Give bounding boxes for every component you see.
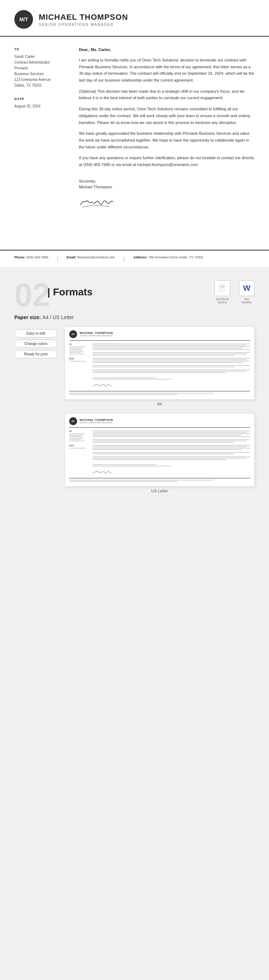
mini-right-a4 xyxy=(93,344,250,388)
ms-word-icon-box: W xyxy=(239,280,255,296)
formats-left-panel: Easy to edit Change colors Ready for pri… xyxy=(14,326,57,493)
svg-rect-3 xyxy=(220,288,223,288)
ms-word-icon-item[interactable]: W MSWORD xyxy=(239,280,255,304)
formats-layout: Easy to edit Change colors Ready for pri… xyxy=(0,326,269,493)
date-label: DATE xyxy=(14,97,68,100)
letter-salutation: Dear., Ms. Carter, xyxy=(79,48,255,52)
letter-paragraph-2: (Optional) This decision has been made d… xyxy=(79,88,255,101)
sender-title: SENIOR OPERATIONS MANAGER xyxy=(39,23,128,27)
a4-preview-wrapper: M/T MICHAEL THOMPSON SENIOR OPERATIONS M… xyxy=(65,326,255,406)
footer-phone: Phone: (555) 456-7890 xyxy=(14,256,48,262)
a4-letter-preview[interactable]: M/T MICHAEL THOMPSON SENIOR OPERATIONS M… xyxy=(65,326,255,399)
formats-header-row: 02 | Formats GOODLEDOCS W MSWORD xyxy=(0,278,269,314)
mini-sig-us xyxy=(93,468,250,474)
easy-edit-button[interactable]: Easy to edit xyxy=(14,329,57,337)
mini-name-block-a4: MICHAEL THOMPSON SENIOR OPERATIONS MANAG… xyxy=(80,331,113,337)
mini-footer-us xyxy=(69,478,250,482)
mini-body-us: TO DATE xyxy=(69,431,250,475)
letter-paragraph-1: I am writing to formally notify you of O… xyxy=(79,57,255,84)
formats-section: 02 | Formats GOODLEDOCS W MSWORD xyxy=(0,267,269,515)
mini-left-us: TO DATE xyxy=(69,431,89,475)
a4-label: A4 xyxy=(65,402,255,406)
mini-footer-a4 xyxy=(69,391,250,395)
mini-avatar-a4: M/T xyxy=(69,330,77,338)
letter-closing: Sincerely, Michael Thompson xyxy=(79,179,255,210)
mini-name-block-us: MICHAEL THOMPSON SENIOR OPERATIONS MANAG… xyxy=(80,418,113,424)
letter-document: M/T MICHAEL THOMPSON SENIOR OPERATIONS M… xyxy=(0,0,269,267)
signature-area xyxy=(79,191,255,210)
letter-paragraph-3: During this 30-day notice period, Orion … xyxy=(79,106,255,126)
letter-header: M/T MICHAEL THOMPSON SENIOR OPERATIONS M… xyxy=(0,0,269,37)
formats-bg-number: 02 xyxy=(14,281,50,310)
avatar: M/T xyxy=(14,10,33,29)
footer-address: Address: 789 Innovation Drive Austin, TX… xyxy=(133,256,203,262)
mini-right-us xyxy=(93,431,250,475)
sender-name-heading: MICHAEL THOMPSON xyxy=(39,13,128,22)
header-name-block: MICHAEL THOMPSON SENIOR OPERATIONS MANAG… xyxy=(39,13,128,27)
to-label: TO xyxy=(14,48,68,51)
letter-paragraph-4: We have greatly appreciated the business… xyxy=(79,130,255,150)
formats-heading: | Formats xyxy=(47,286,93,298)
letter-footer: Phone: (555) 456-7890 | Email: thompson@… xyxy=(0,250,269,267)
google-docs-icon-item[interactable]: GOODLEDOCS xyxy=(215,280,230,304)
us-letter-preview-wrapper: M/T MICHAEL THOMPSON SENIOR OPERATIONS M… xyxy=(65,413,255,493)
recipient-address: Sarah Carter Contract Administrator Pinn… xyxy=(14,54,68,88)
svg-rect-4 xyxy=(223,285,225,286)
change-colors-button[interactable]: Change colors xyxy=(14,340,57,348)
footer-divider-1: | xyxy=(57,256,58,262)
mini-header-a4: M/T MICHAEL THOMPSON SENIOR OPERATIONS M… xyxy=(69,330,250,341)
google-docs-icon-box xyxy=(215,280,230,296)
letter-paragraph-5: If you have any questions or require fur… xyxy=(79,154,255,168)
paper-size-label: Paper size: xyxy=(14,315,41,320)
footer-email: Email: thompson@oriontech.com xyxy=(67,256,115,262)
footer-divider-2: | xyxy=(123,256,125,262)
mini-left-a4: TO DATE xyxy=(69,344,89,388)
us-letter-preview[interactable]: M/T MICHAEL THOMPSON SENIOR OPERATIONS M… xyxy=(65,413,255,487)
letter-date: August 25, 2024 xyxy=(14,103,68,109)
ms-word-label: MSWORD xyxy=(242,298,252,304)
letter-spacer xyxy=(0,221,269,250)
mini-sig-a4 xyxy=(93,381,250,387)
formats-bottom-spacer xyxy=(0,493,269,504)
letter-body: TO Sarah Carter Contract Administrator P… xyxy=(0,37,269,221)
paper-size-row: Paper size: A4 / US Letter xyxy=(0,314,269,326)
mini-body-a4: TO DATE xyxy=(69,344,250,388)
letter-right-column: Dear., Ms. Carter, I am writing to forma… xyxy=(79,48,255,210)
letter-left-column: TO Sarah Carter Contract Administrator P… xyxy=(14,48,68,210)
svg-rect-2 xyxy=(220,287,224,288)
mini-avatar-us: M/T xyxy=(69,417,77,425)
paper-size-value: A4 / US Letter xyxy=(42,315,74,320)
us-letter-label: US Letter xyxy=(65,489,255,493)
ready-print-button[interactable]: Ready for print xyxy=(14,350,57,358)
mini-letters-container: M/T MICHAEL THOMPSON SENIOR OPERATIONS M… xyxy=(65,326,255,493)
formats-title-wrapper: 02 | Formats xyxy=(14,278,93,307)
formats-icons: GOODLEDOCS W MSWORD xyxy=(215,280,255,304)
google-docs-label: GOODLEDOCS xyxy=(215,298,229,304)
mini-header-us: M/T MICHAEL THOMPSON SENIOR OPERATIONS M… xyxy=(69,417,250,428)
